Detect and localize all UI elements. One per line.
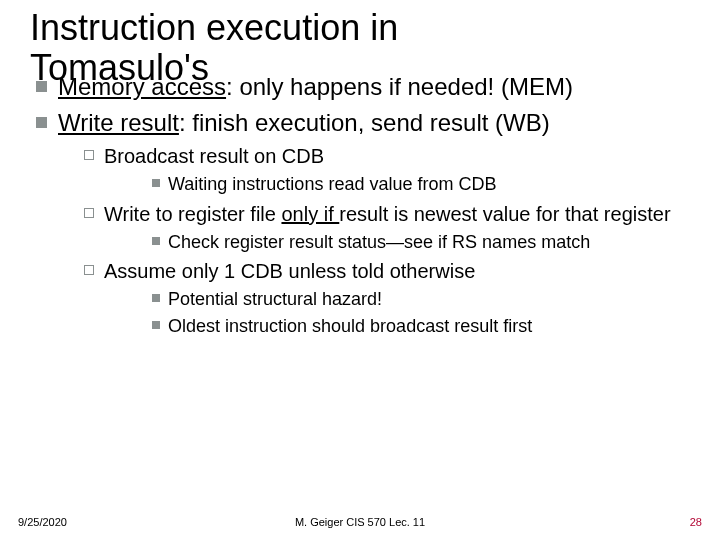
sub-2-pre: Write to register file — [104, 203, 281, 225]
slide-body: Memory access: only happens if needed! (… — [30, 72, 690, 343]
title-line-1: Instruction execution in — [30, 7, 398, 48]
bullet-2: Write result: finish execution, send res… — [30, 108, 690, 337]
sub-2-post: result is newest value for that register — [339, 203, 670, 225]
subsub-3b: Oldest instruction should broadcast resu… — [104, 315, 690, 338]
subsub-list-2: Check register result status—see if RS n… — [104, 231, 690, 254]
subsub-2a: Check register result status—see if RS n… — [104, 231, 690, 254]
footer-page-number: 28 — [690, 516, 702, 528]
bullet-1-term: Memory access — [58, 73, 226, 100]
bullet-list: Memory access: only happens if needed! (… — [30, 72, 690, 337]
subsub-2a-text: Check register result status—see if RS n… — [168, 232, 590, 252]
bullet-1-rest: : only happens if needed! (MEM) — [226, 73, 573, 100]
subsub-3a-text: Potential structural hazard! — [168, 289, 382, 309]
sub-2-underline: only if — [281, 203, 339, 225]
subsub-3a: Potential structural hazard! — [104, 288, 690, 311]
sub-list: Broadcast result on CDB Waiting instruct… — [58, 144, 690, 337]
subsub-1a-text: Waiting instructions read value from CDB — [168, 174, 496, 194]
footer-center: M. Geiger CIS 570 Lec. 11 — [0, 516, 720, 528]
sub-3-text: Assume only 1 CDB unless told otherwise — [104, 260, 475, 282]
subsub-1a: Waiting instructions read value from CDB — [104, 173, 690, 196]
subsub-list-3: Potential structural hazard! Oldest inst… — [104, 288, 690, 337]
subsub-3b-text: Oldest instruction should broadcast resu… — [168, 316, 532, 336]
bullet-2-rest: : finish execution, send result (WB) — [179, 109, 550, 136]
bullet-1: Memory access: only happens if needed! (… — [30, 72, 690, 102]
bullet-2-term: Write result — [58, 109, 179, 136]
sub-1-text: Broadcast result on CDB — [104, 145, 324, 167]
sub-3: Assume only 1 CDB unless told otherwise … — [58, 259, 690, 337]
slide: Instruction execution in Tomasulo's Memo… — [0, 0, 720, 540]
sub-1: Broadcast result on CDB Waiting instruct… — [58, 144, 690, 196]
sub-2: Write to register file only if result is… — [58, 202, 690, 254]
subsub-list-1: Waiting instructions read value from CDB — [104, 173, 690, 196]
